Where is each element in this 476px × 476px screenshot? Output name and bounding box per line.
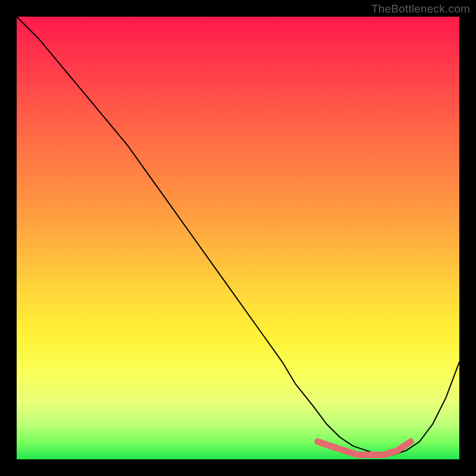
plot-area (17, 17, 459, 459)
attribution-text: TheBottleneck.com (371, 2, 470, 15)
bottleneck-curve (17, 17, 459, 455)
curve-layer (17, 17, 459, 459)
chart-stage: TheBottleneck.com (0, 0, 476, 476)
optimal-range-marker (318, 441, 411, 455)
